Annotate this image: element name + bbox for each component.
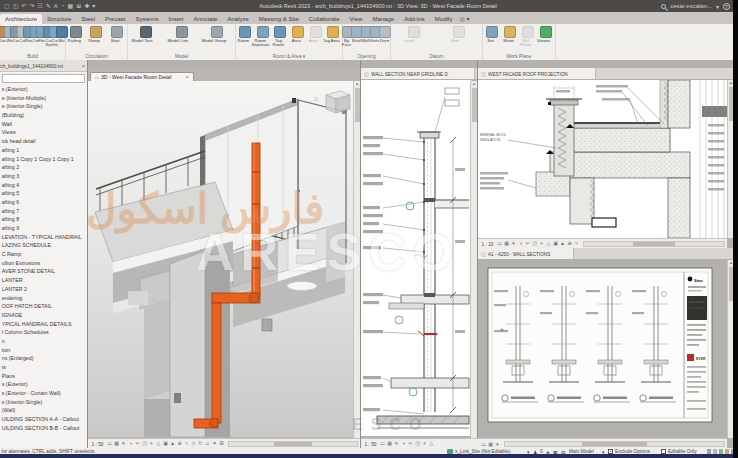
viewbar-icon[interactable]: ▭ <box>496 240 503 247</box>
viewbar-icon[interactable]: ▣ <box>552 240 559 247</box>
viewbar-icon[interactable]: ✂ <box>524 240 531 247</box>
grid-icon-2[interactable]: ▤ <box>561 448 566 454</box>
ribbon-tool-button[interactable]: Level <box>391 25 437 50</box>
ribbon-tool-button[interactable]: Grid <box>437 25 483 50</box>
tree-item[interactable]: (Wall) <box>0 407 77 415</box>
ribbon-tab[interactable]: Annotate <box>188 14 222 24</box>
qat-icon[interactable]: ✚ <box>84 3 89 9</box>
viewbar-icon[interactable]: ⌖ <box>148 440 155 447</box>
browser-close-icon[interactable]: × <box>81 63 87 69</box>
tree-item[interactable]: OOF HATCH DETAIL <box>0 303 77 311</box>
filter-icon[interactable] <box>707 449 711 454</box>
viewbar-icon[interactable]: ▭ <box>480 441 487 447</box>
tree-item[interactable]: LEVATION - TYPICAL HANDRAIL <box>0 233 77 241</box>
viewbar-icon[interactable]: ▭ <box>106 440 113 447</box>
viewbar-icon[interactable]: ☀ <box>510 240 517 247</box>
grid-icon-1[interactable]: ▦ <box>553 448 558 454</box>
tree-item[interactable]: UILDING SECTION A-A - Callout <box>0 416 77 424</box>
tree-item[interactable]: LANTER <box>0 277 77 285</box>
tree-item[interactable]: ullion Extrusions <box>0 259 77 267</box>
viewbar-icon[interactable]: ≈ <box>183 440 190 447</box>
qat-icon[interactable]: A <box>54 3 58 9</box>
ribbon-tab[interactable]: Steel <box>76 14 100 24</box>
sheet-canvas[interactable]: Stan EVER <box>478 260 727 437</box>
tree-item[interactable]: LANTER 2 <box>0 285 77 293</box>
viewbar-icon[interactable]: ◳ <box>531 240 538 247</box>
viewbar-icon[interactable]: ≈ <box>573 240 580 247</box>
viewbar-icon[interactable]: ◳ <box>141 440 148 447</box>
qat-icon[interactable]: ◔ <box>61 3 65 9</box>
qat-icon[interactable]: ☷ <box>37 3 42 9</box>
tree-item[interactable]: afting 3 <box>0 172 77 180</box>
view-tab-sheet[interactable]: ◫ A1 - A250 - WALL SECTIONS <box>478 248 574 259</box>
viewbar-icon[interactable]: ▣ <box>162 440 169 447</box>
scale-label[interactable]: 1 : 50 <box>92 441 104 446</box>
tree-item[interactable]: e (Interior-Single) <box>0 103 77 111</box>
tree-item[interactable]: ts <box>0 364 77 372</box>
view-tab-3d[interactable]: ⌂ 3D - West Facade Room Detail × <box>90 72 194 81</box>
tree-item[interactable]: s (Exterior) <box>0 86 77 94</box>
3d-canvas[interactable]: ⌂ <box>88 81 353 437</box>
qat-icon[interactable]: ▦ <box>67 3 73 9</box>
link-caret-icon[interactable]: ▾ <box>527 448 529 454</box>
tree-item[interactable]: afting 8 <box>0 216 77 224</box>
ribbon-tab[interactable]: View <box>345 14 368 24</box>
viewbar-icon[interactable]: ▦ <box>113 440 120 447</box>
browser-file-tab[interactable]: arch_buildings1_144104900.rvt <box>0 63 64 68</box>
ribbon-tab[interactable]: Massing & Site <box>254 14 304 24</box>
horizontal-scrollbar[interactable] <box>583 241 725 247</box>
ribbon-tool-button[interactable]: Model Line <box>164 25 200 50</box>
tree-item[interactable]: YPICAL HANDRAIL DETAILS <box>0 320 77 328</box>
scale-label[interactable]: 1 : 10 <box>482 241 494 246</box>
horizontal-scrollbar[interactable] <box>504 441 725 447</box>
viewbar-icon[interactable]: ↻ <box>197 440 204 447</box>
tree-item[interactable]: s (Interior-Single) <box>0 398 77 406</box>
view-tab-roof[interactable]: ◫ WEST FACADE ROOF PROJECTION <box>478 68 596 79</box>
viewbar-icon[interactable]: ⌖ <box>421 440 428 447</box>
tree-item[interactable]: s (Exterior - Curtain Wall) <box>0 390 77 398</box>
vertical-scrollbar[interactable]: ▲ <box>353 81 360 438</box>
ribbon-tab[interactable]: Manage <box>367 14 399 24</box>
ribbon-tab[interactable]: Add-Ins <box>399 14 430 24</box>
tree-item[interactable]: LAZING SCHEDULE <box>0 242 77 250</box>
scale-label[interactable]: 1 : 50 <box>365 441 377 446</box>
view-tab-close-icon[interactable]: × <box>186 74 190 80</box>
ribbon-tool-button[interactable]: Viewer <box>537 25 555 50</box>
ribbon-tab[interactable]: Structure <box>42 14 76 24</box>
viewbar-icon[interactable]: ⊞ <box>218 440 225 447</box>
viewbar-icon[interactable]: △ <box>545 240 552 247</box>
tree-item[interactable]: n <box>0 337 77 345</box>
tree-item[interactable]: afting 2 <box>0 164 77 172</box>
ribbon-tab[interactable]: Systems <box>130 14 163 24</box>
badge-icon[interactable]: ◈ <box>546 448 550 454</box>
tree-item[interactable]: afting 4 <box>0 181 77 189</box>
viewbar-icon[interactable]: ◑ <box>517 240 524 247</box>
tree-item[interactable]: (Building) <box>0 112 77 120</box>
tree-item[interactable]: Wall <box>0 120 77 128</box>
tree-item[interactable]: l Column Schedules <box>0 329 77 337</box>
ribbon-tab[interactable]: Precast <box>100 14 130 24</box>
tree-item[interactable]: afting 9 <box>0 225 77 233</box>
tree-item[interactable]: endering <box>0 294 77 302</box>
viewbar-icon[interactable]: ▲ <box>559 240 566 247</box>
viewbar-icon[interactable]: ▦ <box>503 240 510 247</box>
ribbon-tool-button[interactable]: Set <box>483 25 501 50</box>
filter-icon[interactable] <box>713 449 717 454</box>
roof-canvas[interactable]: MINERAL WOOL INSULATION <box>478 80 727 238</box>
viewbar-icon[interactable]: ◑ <box>400 440 407 447</box>
viewbar-icon[interactable]: ▦ <box>487 441 494 447</box>
tree-item[interactable]: tion <box>0 346 77 354</box>
model-caret-icon[interactable]: ▾ <box>602 448 604 454</box>
user-account[interactable]: cesar.escalan... <box>670 3 712 9</box>
user-caret-icon[interactable]: ▾ <box>716 3 719 10</box>
qat-icon[interactable]: ◫ <box>13 3 19 9</box>
section-canvas[interactable] <box>361 80 471 436</box>
tree-item[interactable]: UILDING SECTION B-B - Callout <box>0 424 77 432</box>
tree-item[interactable]: afting 5 <box>0 190 77 198</box>
ribbon-tab[interactable]: Insert <box>163 14 188 24</box>
editable-only-checkbox[interactable] <box>661 449 666 454</box>
ribbon-tool-button[interactable]: Model Text <box>128 25 164 50</box>
filter-icon[interactable] <box>725 449 729 454</box>
viewbar-icon[interactable]: ✦ <box>211 440 218 447</box>
viewbar-icon[interactable]: ▲ <box>169 440 176 447</box>
